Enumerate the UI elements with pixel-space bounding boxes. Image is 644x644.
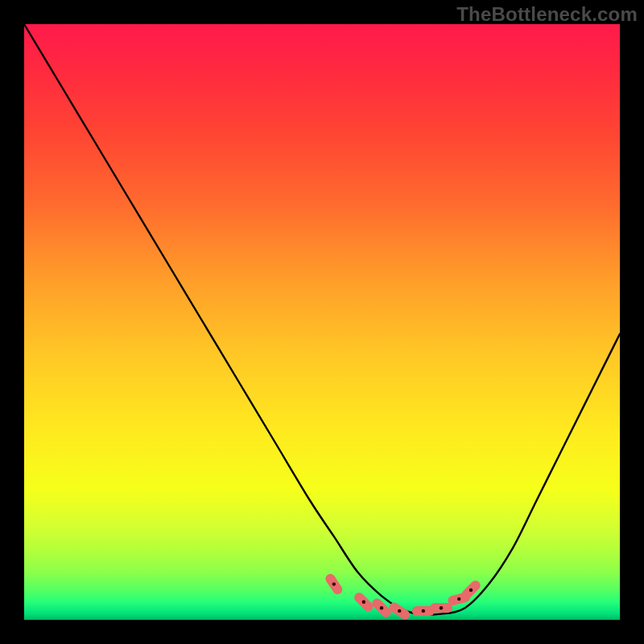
chart-stage: TheBottleneck.com <box>0 0 644 644</box>
plot-area <box>24 24 620 620</box>
bottleneck-curve <box>24 24 620 615</box>
highlight-marker-dot <box>422 609 425 613</box>
chart-svg <box>24 24 620 620</box>
highlight-marker-dot <box>332 582 336 585</box>
highlight-marker-dot <box>440 606 443 609</box>
watermark-text: TheBottleneck.com <box>456 3 638 26</box>
highlight-marker-dot <box>380 606 383 609</box>
highlight-markers <box>324 572 482 621</box>
highlight-marker-dot <box>398 609 401 613</box>
highlight-marker-dot <box>457 597 460 601</box>
highlight-marker-dot <box>362 601 365 604</box>
highlight-marker-dot <box>469 588 473 592</box>
